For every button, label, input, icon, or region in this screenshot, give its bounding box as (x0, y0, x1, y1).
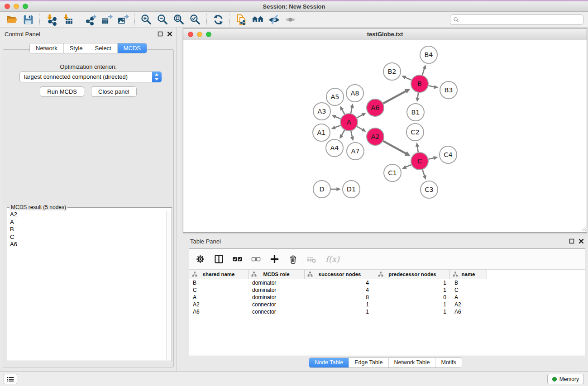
table-row[interactable]: A6connector11A6 (189, 308, 585, 315)
save-session-button[interactable] (20, 13, 36, 27)
node-label: A4 (330, 144, 339, 152)
node-B4[interactable]: B4 (420, 46, 437, 63)
column-header-name[interactable]: name (450, 270, 487, 279)
mcds-result-item[interactable]: A2 (8, 211, 166, 219)
open-file-button[interactable] (4, 13, 20, 27)
node-C[interactable]: C (411, 152, 428, 170)
node-D[interactable]: D (313, 181, 330, 198)
zoom-in-button[interactable] (138, 13, 154, 27)
edge-A6-B[interactable] (383, 90, 408, 103)
refresh-icon (212, 14, 225, 26)
node-A7[interactable]: A7 (347, 143, 364, 160)
toolbar-separator (134, 14, 135, 26)
node-label: B4 (424, 51, 433, 58)
node-D1[interactable]: D1 (343, 181, 360, 198)
optimization-criterion-select[interactable]: largest connected component (directed) (19, 71, 162, 82)
delete-column-button[interactable] (288, 254, 298, 264)
show-columns-button[interactable] (214, 254, 224, 264)
tab-network-table[interactable]: Network Table (388, 358, 435, 367)
node-A4[interactable]: A4 (326, 139, 343, 157)
node-label: A2 (371, 133, 379, 140)
float-table-panel-icon[interactable] (569, 238, 574, 244)
edge-A2-C[interactable] (383, 141, 408, 155)
table-settings-button[interactable] (196, 254, 205, 264)
tab-edge-table[interactable]: Edge Table (349, 358, 388, 367)
node-C1[interactable]: C1 (384, 164, 401, 181)
tab-style[interactable]: Style (63, 43, 89, 53)
zoom-selected-button[interactable] (187, 13, 203, 27)
table-tabs: Node TableEdge TableNetwork TableMotifs (309, 357, 462, 368)
select-all-rows-button[interactable] (233, 254, 242, 264)
export-image-button[interactable] (115, 13, 131, 27)
add-column-button[interactable] (270, 254, 279, 264)
tab-network[interactable]: Network (30, 43, 63, 53)
hide-panels-button[interactable] (266, 13, 282, 27)
result-list-scrollbar[interactable] (166, 211, 171, 360)
node-A2[interactable]: A2 (367, 128, 384, 145)
tab-node-table[interactable]: Node Table (309, 358, 349, 367)
node-B1[interactable]: B1 (407, 104, 424, 121)
deselect-all-rows-button[interactable] (251, 254, 261, 264)
save-icon (22, 14, 34, 26)
duplicate-network-button[interactable] (233, 13, 249, 27)
mcds-result-item[interactable]: C (8, 234, 166, 241)
mcds-result-item[interactable]: A (8, 219, 166, 226)
node-A5[interactable]: A5 (326, 88, 344, 105)
resize-grip[interactable] (580, 225, 586, 232)
import-network-button[interactable] (43, 13, 59, 27)
close-panel-icon[interactable] (167, 31, 172, 37)
cell-successor-nodes: 1 (305, 308, 375, 315)
refresh-layout-button[interactable] (210, 13, 226, 27)
tab-motifs[interactable]: Motifs (435, 358, 461, 367)
optimization-criterion-value: largest connected component (directed) (24, 72, 128, 82)
column-header-successor-nodes[interactable]: successor nodes (305, 270, 375, 279)
table-row[interactable]: Adominator80A (189, 294, 585, 301)
export-table-button[interactable] (99, 13, 115, 27)
mcds-result-item[interactable]: A6 (8, 241, 166, 248)
column-header-shared-name[interactable]: shared name (189, 270, 249, 279)
zoom-fit-button[interactable] (171, 13, 187, 27)
node-B3[interactable]: B3 (440, 81, 457, 99)
status-bar: Memory (0, 371, 588, 386)
node-A8[interactable]: A8 (346, 85, 363, 102)
import-table-button[interactable] (59, 13, 76, 27)
task-history-button[interactable] (4, 374, 17, 384)
tab-select[interactable]: Select (89, 43, 117, 53)
node-C3[interactable]: C3 (421, 181, 438, 198)
home-button[interactable] (249, 13, 266, 27)
zoom-selected-icon (189, 14, 201, 26)
node-C4[interactable]: C4 (440, 146, 457, 163)
table-row[interactable]: Cdominator41C (189, 286, 585, 294)
tab-mcds[interactable]: MCDS (117, 43, 147, 53)
node-B[interactable]: B (411, 75, 428, 92)
float-panel-icon[interactable] (158, 31, 163, 37)
close-table-panel-icon[interactable] (578, 238, 584, 244)
eye-icon (284, 14, 296, 26)
node-A6[interactable]: A6 (367, 99, 384, 116)
export-network-button[interactable] (82, 13, 99, 27)
zoom-out-icon (157, 14, 169, 26)
search-input[interactable] (450, 14, 583, 25)
table-panel: Table Panel f(x) shared nameMCDS rolesuc… (183, 235, 588, 370)
column-header-predecessor-nodes[interactable]: predecessor nodes (375, 270, 450, 279)
duplicate-network-icon (235, 14, 248, 26)
zoom-out-button[interactable] (154, 13, 171, 27)
export-table-icon (101, 14, 113, 26)
run-mcds-button[interactable]: Run MCDS (40, 86, 84, 97)
column-header-mcds-role[interactable]: MCDS role (249, 270, 305, 279)
node-A3[interactable]: A3 (313, 103, 330, 120)
node-A1[interactable]: A1 (313, 124, 330, 141)
home-pair-icon (252, 14, 264, 26)
mcds-result-item[interactable]: B (8, 226, 166, 234)
node-B2[interactable]: B2 (383, 63, 401, 80)
cell-successor-nodes: 4 (305, 286, 375, 294)
cell-predecessor-nodes: 1 (375, 279, 450, 286)
memory-button[interactable]: Memory (547, 374, 584, 384)
toolbar-separator (229, 14, 230, 26)
node-C2[interactable]: C2 (406, 124, 424, 141)
table-row[interactable]: Bdominator41B (189, 279, 585, 286)
close-panel-button[interactable]: Close panel (91, 86, 137, 97)
network-canvas[interactable]: AA1A2A3A4A5A6A7A8BB1B2B3B4CC1C2C3C4DD1 (183, 40, 587, 232)
table-row[interactable]: A2connector11A2 (189, 301, 585, 308)
node-A[interactable]: A (340, 114, 358, 131)
